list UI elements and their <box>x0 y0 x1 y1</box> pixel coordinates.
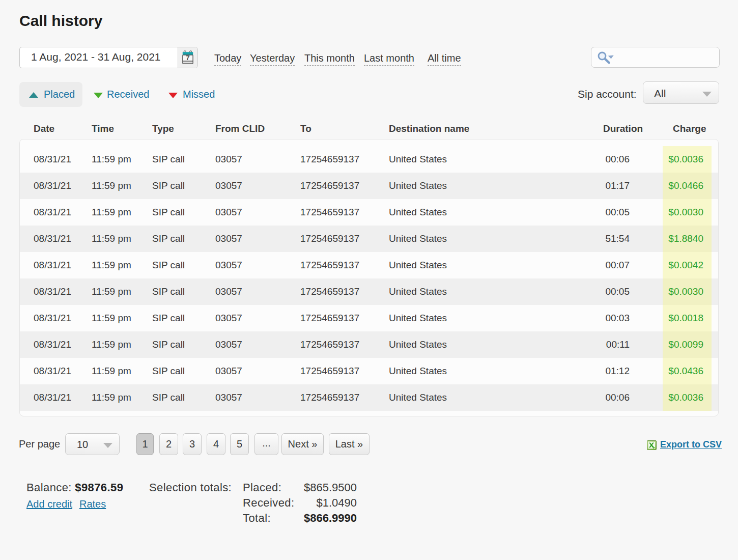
svg-text:7: 7 <box>186 54 190 62</box>
